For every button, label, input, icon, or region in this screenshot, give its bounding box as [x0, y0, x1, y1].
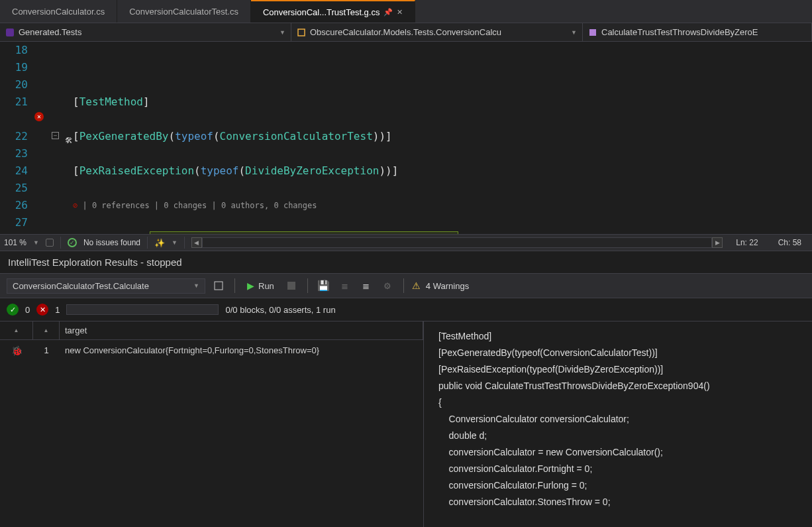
horizontal-scrollbar[interactable]: ◀ ▶ [191, 237, 723, 248]
tab-conversioncalculator[interactable]: ConversionCalculator.cs [0, 0, 117, 23]
code-navigation-bar: Generated.Tests ▼ ObscureCalculator.Mode… [0, 23, 812, 42]
editor-status-bar: 101 % ▼ ✓ No issues found ✨ ▼ ◀ ▶ Ln: 22… [0, 234, 812, 251]
issues-label: No issues found [83, 238, 140, 247]
member-label: CalculateTrustTestThrowsDivideByZeroE [601, 27, 758, 37]
allow-icon[interactable]: ≣ [337, 278, 353, 294]
chevron-down-icon[interactable]: ▼ [172, 239, 178, 246]
zoom-level[interactable]: 101 % [4, 238, 26, 247]
member-dropdown[interactable]: CalculateTrustTestThrowsDivideByZeroE [583, 23, 812, 41]
scope-label: ConversionCalculatorTest.Calculate [13, 281, 149, 291]
line-number-gutter: 18 19 20 21 22 23 24 25 26 27 28 [0, 42, 33, 234]
sort-col-1[interactable]: ▲ [0, 322, 33, 339]
tab-trusttest-g[interactable]: ConversionCal...TrustTest.g.cs 📌 ✕ [251, 0, 416, 23]
row-target: new ConversionCalculator{Fortnight=0,Fur… [60, 344, 423, 357]
class-icon [297, 28, 306, 37]
close-icon[interactable]: ✕ [397, 8, 403, 17]
scroll-right-icon[interactable]: ▶ [712, 237, 723, 248]
scroll-left-icon[interactable]: ◀ [191, 237, 202, 248]
code-body[interactable]: [TestMethod] [PexGeneratedBy(typeof(Conv… [73, 42, 812, 234]
pass-count: 0 [25, 305, 30, 315]
tab-conversioncalculatortest[interactable]: ConversionCalculatorTest.cs [117, 0, 251, 23]
svg-rect-0 [6, 29, 14, 36]
new-exploration-icon[interactable] [211, 278, 227, 294]
csharp-icon [5, 28, 15, 37]
quick-action-icon[interactable]: 🛠 [65, 132, 73, 149]
svg-rect-2 [589, 29, 596, 36]
test-scope-dropdown[interactable]: ConversionCalculatorTest.Calculate ▼ [7, 278, 205, 294]
cleanup-icon[interactable]: ✨ [154, 238, 165, 248]
method-icon [588, 28, 597, 37]
sort-up-icon: ▲ [14, 327, 19, 333]
progress-bar [66, 304, 219, 315]
stop-button[interactable] [283, 278, 299, 294]
intellitest-toolbar: ConversionCalculatorTest.Calculate ▼ ▶ R… [0, 273, 812, 298]
namespace-dropdown[interactable]: Generated.Tests ▼ [0, 23, 291, 41]
sort-col-2[interactable]: ▲ [33, 322, 60, 339]
svg-rect-3 [215, 282, 223, 290]
test-details-pane[interactable]: [TestMethod] [PexGeneratedBy(typeof(Conv… [424, 322, 812, 527]
tab-label: ConversionCalculator.cs [12, 7, 105, 17]
codelens[interactable]: ⊘ | 0 references | 0 changes | 0 authors… [73, 197, 812, 214]
intellitest-results: ▲ ▲ target 🐞 1 new ConversionCalculator{… [0, 321, 812, 527]
play-icon: ▶ [247, 280, 254, 291]
run-button[interactable]: ▶ Run [243, 278, 278, 293]
fail-count: 1 [55, 305, 60, 315]
chevron-down-icon: ▼ [571, 29, 577, 36]
tab-label: ConversionCal...TrustTest.g.cs [263, 7, 380, 17]
bug-icon: 🐞 [11, 345, 23, 356]
intellitest-panel-title: IntelliTest Exploration Results - stoppe… [0, 251, 812, 273]
cursor-col: Ch: 58 [772, 238, 808, 247]
save-icon[interactable]: 💾 [316, 278, 332, 294]
error-icon[interactable]: ✕ [34, 112, 44, 121]
fail-icon: ✕ [36, 304, 48, 316]
class-label: ObscureCalculator.Models.Tests.Conversio… [310, 27, 501, 37]
grid-header: ▲ ▲ target [0, 322, 423, 340]
fix-icon[interactable]: ⚙ [380, 278, 395, 294]
highlighted-method-name: CalculateTrustTestThrowsDivideByZeroExce… [150, 231, 458, 234]
warnings-label[interactable]: 4 Warnings [426, 281, 469, 291]
editor-margin: ✕ − 🛠 [33, 42, 73, 234]
code-editor[interactable]: 18 19 20 21 22 23 24 25 26 27 28 ✕ − 🛠 [… [0, 42, 812, 234]
document-tabs: ConversionCalculator.cs ConversionCalcul… [0, 0, 812, 23]
namespace-label: Generated.Tests [19, 27, 81, 37]
suppress-icon[interactable]: ≣ [358, 278, 374, 294]
fold-icon[interactable]: − [52, 132, 59, 139]
row-index: 1 [33, 344, 60, 357]
check-icon: ✓ [68, 238, 77, 247]
table-row[interactable]: 🐞 1 new ConversionCalculator{Fortnight=0… [0, 340, 423, 361]
warning-icon: ⚠ [412, 280, 421, 291]
results-grid: ▲ ▲ target 🐞 1 new ConversionCalculator{… [0, 322, 424, 527]
stop-icon [287, 282, 295, 290]
intellitest-summary: ✓ 0 ✕ 1 0/0 blocks, 0/0 asserts, 1 run [0, 298, 812, 321]
target-header[interactable]: target [60, 322, 423, 339]
cursor-line: Ln: 22 [729, 238, 764, 247]
chevron-down-icon: ▼ [279, 29, 285, 36]
tab-label: ConversionCalculatorTest.cs [129, 7, 238, 17]
chevron-down-icon: ▼ [193, 282, 199, 289]
pin-icon[interactable]: 📌 [383, 8, 393, 17]
coverage-label: 0/0 blocks, 0/0 asserts, 1 run [225, 305, 335, 315]
class-dropdown[interactable]: ObscureCalculator.Models.Tests.Conversio… [291, 23, 583, 41]
zoom-chevron-icon[interactable]: ▼ [33, 239, 39, 246]
health-indicator-icon[interactable] [46, 239, 54, 247]
sort-up-icon: ▲ [44, 327, 49, 333]
run-label: Run [258, 281, 274, 291]
svg-rect-1 [298, 29, 305, 36]
pass-icon: ✓ [7, 304, 19, 316]
